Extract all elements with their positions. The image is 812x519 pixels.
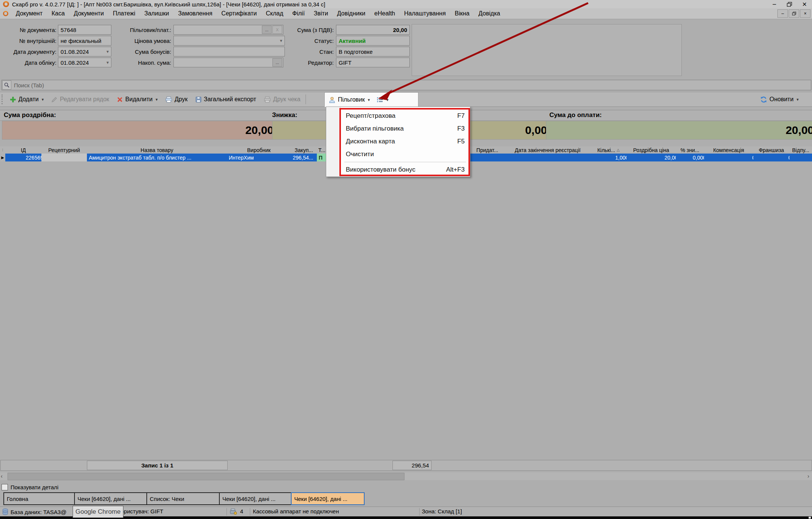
menu-orders[interactable]: Замовлення	[173, 10, 217, 17]
horizontal-scrollbar[interactable]: ‹ ›	[0, 472, 812, 480]
menu-separator	[344, 162, 466, 162]
doc-date-field[interactable]: 01.08.2024▾	[58, 47, 111, 56]
col-retail-price[interactable]: Роздрібна ціна	[626, 146, 676, 154]
cell-product-name[interactable]: Амицитрон экстратаб табл. п/о блистер ..…	[87, 154, 231, 161]
cell-retail-price[interactable]: 20,00	[626, 154, 680, 161]
cell-discount-pct[interactable]: 0,000	[676, 154, 708, 161]
search-icon	[2, 81, 11, 90]
cell-registration-expiry[interactable]	[505, 154, 595, 161]
doc-number-field[interactable]: 57648	[58, 25, 111, 35]
menu-certificates[interactable]: Сертифікати	[217, 10, 261, 17]
col-suitability[interactable]: Придат...	[470, 146, 505, 154]
user-label: Користувач: GIFT	[117, 508, 163, 514]
cell-franchise[interactable]: 0	[753, 154, 794, 161]
search-bar[interactable]: Поиск (Tab)	[2, 80, 811, 90]
account-date-field[interactable]: 01.08.2024▾	[58, 58, 111, 67]
tab-checks-active[interactable]: Чеки [64620], дані ...	[291, 492, 365, 505]
col-manufacturer[interactable]: Виробник	[227, 146, 291, 154]
scroll-left-arrow[interactable]: ‹	[1, 473, 3, 479]
scroll-right-arrow[interactable]: ›	[807, 473, 809, 479]
menu-settings[interactable]: Налаштування	[400, 10, 450, 17]
menu-windows[interactable]: Вікна	[450, 10, 474, 17]
add-button[interactable]: Додати▾	[6, 93, 47, 105]
cell-compensation[interactable]: 0	[704, 154, 757, 161]
mdi-close-button[interactable]: ×	[800, 9, 810, 18]
menu-item-recipe-insurance[interactable]: Рецепт/страховаF7	[326, 110, 470, 122]
menu-kasa[interactable]: Каса	[47, 10, 69, 17]
refresh-button[interactable]: Оновити▾	[760, 93, 812, 105]
shortcut-label: F5	[446, 138, 465, 145]
col-id[interactable]: ІД	[5, 146, 42, 154]
price-condition-field[interactable]: ▾	[173, 36, 285, 46]
chevron-down-icon[interactable]: ▾	[280, 38, 282, 43]
tab-checks-2[interactable]: Чеки [64620], дані ...	[219, 492, 292, 505]
accum-sum-field[interactable]: ...	[173, 58, 283, 67]
delete-button[interactable]: Видалити▾	[113, 93, 161, 105]
accum-sum-label: Накоп. сума:	[113, 58, 171, 67]
col-prescription[interactable]: Рецептурний	[41, 146, 87, 154]
tab-main[interactable]: Головна	[3, 492, 76, 505]
lookup-button[interactable]: ...	[272, 58, 282, 67]
title-bar: Скарб pro v. 4.0.2.77 [ІД: ] - [Апт №003…	[0, 0, 812, 8]
cell-quantity[interactable]: 1,000	[590, 154, 631, 161]
bonus-sum-field[interactable]	[173, 47, 285, 56]
menu-stock[interactable]: Залишки	[140, 10, 174, 17]
menu-ehealth[interactable]: eHealth	[370, 10, 400, 17]
clear-button[interactable]: X	[272, 26, 282, 34]
checkbox-icon[interactable]	[2, 484, 8, 490]
menu-warehouse[interactable]: Склад	[261, 10, 287, 17]
col-compensation[interactable]: Компенсація	[704, 146, 754, 154]
chevron-down-icon[interactable]: ▾	[106, 60, 109, 65]
mdi-minimize-button[interactable]: –	[777, 9, 788, 18]
mdi-restore-button[interactable]	[789, 9, 799, 18]
cell-dispense[interactable]	[789, 154, 812, 161]
menu-item-clear[interactable]: Очистити	[326, 148, 470, 161]
show-details-label: Показувати деталі	[11, 484, 58, 490]
beneficiary-button[interactable]: Пільговик▾	[325, 94, 374, 106]
beneficiary-dropdown-menu: Рецепт/страховаF7 Вибрати пільговикаF3 Д…	[326, 107, 470, 177]
search-placeholder: Поиск (Tab)	[12, 82, 44, 88]
col-dispense[interactable]: Відпу...	[789, 146, 812, 154]
show-details-toggle[interactable]: Показувати деталі	[2, 483, 58, 491]
lookup-button[interactable]: ...	[262, 26, 272, 34]
col-registration-expiry[interactable]: Дата закінчення реєстрації	[505, 146, 591, 154]
cell-id[interactable]: 226569	[5, 154, 46, 161]
col-purchase[interactable]: Закуп...	[291, 146, 317, 154]
cell-prescription[interactable]	[41, 154, 91, 161]
state-value: В подготовке	[336, 47, 410, 56]
menu-branches[interactable]: Філії	[288, 10, 309, 17]
toolbar-grip[interactable]	[2, 94, 5, 104]
internal-number-field[interactable]: не фискальный	[58, 36, 111, 46]
menu-document[interactable]: Документ	[11, 10, 47, 17]
minimize-button[interactable]: –	[767, 0, 782, 8]
chevron-down-icon[interactable]: ▾	[106, 49, 109, 54]
menu-payments[interactable]: Платежі	[108, 10, 140, 17]
list-options-button[interactable]: ▾	[374, 94, 392, 106]
scrollbar-thumb[interactable]	[8, 473, 404, 480]
menu-directories[interactable]: Довідники	[333, 10, 370, 17]
menu-help[interactable]: Довідка	[474, 10, 505, 17]
menu-item-use-bonus[interactable]: Використовувати бонусAlt+F3	[326, 163, 470, 176]
export-button[interactable]: Загальний експорт	[192, 93, 260, 105]
col-product-name[interactable]: Назва товару	[87, 146, 227, 154]
shortcut-label: F7	[446, 112, 465, 120]
cell-manufacturer[interactable]: ИнтерХим	[227, 154, 295, 161]
menu-item-select-beneficiary[interactable]: Вибрати пільговикаF3	[326, 122, 470, 135]
footer-sum: 296,54	[392, 461, 432, 470]
tab-checks-1[interactable]: Чеки [64620], дані ...	[74, 492, 147, 505]
cell-purchase[interactable]: 296,54...	[291, 154, 321, 161]
beneficiary-payer-field[interactable]: ... X	[173, 25, 283, 35]
col-quantity[interactable]: Кількі... △	[590, 146, 627, 154]
tab-check-list[interactable]: Список: Чеки	[146, 492, 220, 505]
col-franchise[interactable]: Франшиза	[753, 146, 790, 154]
menu-documents[interactable]: Документи	[69, 10, 108, 17]
print-button[interactable]: Друк	[161, 93, 192, 105]
cell-suitability[interactable]	[470, 154, 509, 161]
chrome-taskbar-overlay[interactable]: Google Chrome	[73, 506, 123, 518]
doc-number-label: № документа:	[4, 25, 56, 35]
restore-button[interactable]	[782, 0, 797, 8]
close-button[interactable]: ×	[797, 0, 812, 8]
menu-item-discount-card[interactable]: Дисконтна картаF5	[326, 135, 470, 148]
col-discount-pct[interactable]: % зни...	[676, 146, 704, 154]
menu-reports[interactable]: Звіти	[309, 10, 333, 17]
